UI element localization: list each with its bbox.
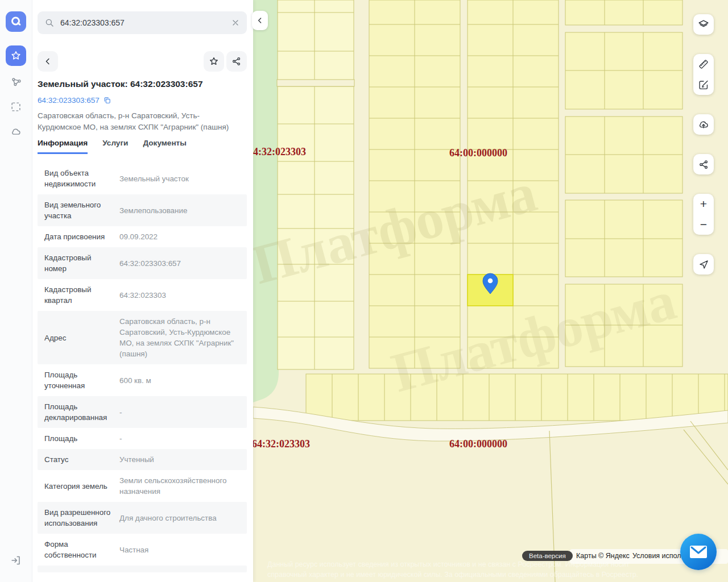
tab-information[interactable]: Информация xyxy=(38,139,88,154)
zoom-in-button[interactable]: + xyxy=(693,194,714,214)
row-label: Форма собственности xyxy=(44,539,114,560)
locate-button[interactable] xyxy=(693,254,714,275)
chevron-left-icon xyxy=(43,56,53,66)
navigation-arrow-icon xyxy=(698,259,710,271)
cadastral-number-link[interactable]: 64:32:023303:657 xyxy=(38,96,111,105)
table-row: Площадь декларированная- xyxy=(38,396,247,428)
sidebar-item-logout[interactable] xyxy=(6,550,26,571)
polygon-nodes-icon xyxy=(10,76,22,88)
row-value: Земли сельскохозяйственного назначения xyxy=(119,475,239,497)
star-outline-icon xyxy=(208,56,220,67)
map-disclaimer: справочный характер и не имеет юридическ… xyxy=(267,571,638,579)
table-row-partial xyxy=(38,566,247,572)
row-value: Для дачного строительства xyxy=(119,513,239,523)
search-bar xyxy=(38,11,247,34)
sidebar-item-polygon-tool[interactable] xyxy=(6,72,26,92)
envelope-icon xyxy=(689,545,708,559)
row-value: Саратовская область, р-н Саратовский, Ус… xyxy=(119,316,239,359)
quarter-label: 64:00:000000 xyxy=(449,147,507,159)
row-label: Кадастровый квартал xyxy=(44,284,114,306)
table-row: Категория земельЗемли сельскохозяйственн… xyxy=(38,470,247,502)
map-share-button[interactable] xyxy=(693,154,714,174)
share-icon xyxy=(231,56,242,67)
row-value: 09.09.2022 xyxy=(119,231,239,242)
map-area[interactable]: Платформа Платформа 64:32:023303 64:00:0… xyxy=(253,0,728,582)
chevron-left-icon xyxy=(255,16,264,25)
logout-icon xyxy=(10,554,22,567)
table-row: СтатусУчтенный xyxy=(38,449,247,470)
detail-panel: Земельный участок: 64:32:023303:657 64:3… xyxy=(32,0,253,582)
table-row: Кадастровый номер64:32:023303:657 xyxy=(38,247,247,279)
row-label: Дата присвоения xyxy=(44,231,114,242)
dashed-square-icon xyxy=(10,101,22,113)
row-label: Площадь xyxy=(44,433,114,444)
table-row: Площадь уточненная600 кв. м xyxy=(38,364,247,396)
table-row: Вид объекта недвижимостиЗемельный участо… xyxy=(38,163,247,194)
share-button[interactable] xyxy=(226,51,247,72)
tab-services[interactable]: Услуги xyxy=(102,139,128,154)
object-actions xyxy=(38,51,247,72)
row-value: Землепользование xyxy=(119,205,239,216)
sidebar-item-cloud[interactable] xyxy=(6,122,26,142)
chat-button[interactable] xyxy=(680,534,717,570)
ruler-button[interactable] xyxy=(693,54,714,74)
page-title: Земельный участок: 64:32:023303:657 xyxy=(38,79,248,89)
green-zone xyxy=(253,0,279,402)
share-icon xyxy=(698,159,710,171)
ruler-icon xyxy=(697,58,710,70)
row-label: Категория земель xyxy=(44,481,114,492)
edit-icon xyxy=(697,78,710,91)
zoom-out-button[interactable]: − xyxy=(693,214,714,235)
quarter-label: 64:32:023303 xyxy=(253,146,306,157)
layers-button[interactable] xyxy=(693,14,714,35)
quarter-label: 64:32:023303 xyxy=(253,438,310,450)
details-table: Вид объекта недвижимостиЗемельный участо… xyxy=(38,163,247,582)
icon-rail xyxy=(0,0,32,582)
sidebar-item-area-select[interactable] xyxy=(6,97,26,117)
row-label: Вид объекта недвижимости xyxy=(44,168,114,189)
copy-icon[interactable] xyxy=(103,96,111,105)
row-value: - xyxy=(119,433,239,444)
row-value: 64:32:023303:657 xyxy=(119,258,239,269)
table-row: АдресСаратовская область, р-н Саратовски… xyxy=(38,311,247,364)
upload-button[interactable] xyxy=(693,114,714,135)
search-input[interactable] xyxy=(59,18,226,28)
layers-icon xyxy=(697,18,710,31)
star-icon xyxy=(10,49,22,62)
beta-badge: Beta-версия xyxy=(522,551,573,561)
tab-bar: Информация Услуги Документы xyxy=(38,139,187,154)
row-value: Учтенный xyxy=(119,454,239,465)
minus-icon: − xyxy=(700,218,707,231)
row-label: Кадастровый номер xyxy=(44,252,114,274)
row-value: 64:32:023303 xyxy=(119,290,239,301)
table-row: Вид земельного участкаЗемлепользование xyxy=(38,194,247,226)
collapse-panel-button[interactable] xyxy=(252,11,268,30)
table-row: Вид разрешенного использованияДля дачног… xyxy=(38,502,247,534)
table-row: Форма собственностиЧастная xyxy=(38,534,247,566)
row-value: - xyxy=(119,407,239,418)
object-address: Саратовская область, р-н Саратовский, Ус… xyxy=(38,110,242,132)
clear-search-icon[interactable] xyxy=(231,18,240,27)
row-label: Адрес xyxy=(44,332,114,343)
row-label: Вид земельного участка xyxy=(44,199,114,221)
cadastral-map-app: Земельный участок: 64:32:023303:657 64:3… xyxy=(0,0,728,582)
row-value: Частная xyxy=(119,544,239,555)
favorite-button[interactable] xyxy=(204,51,224,72)
zoom-control: + − xyxy=(693,194,714,235)
row-value: Земельный участок xyxy=(119,173,239,184)
row-value: 600 кв. м xyxy=(119,375,239,386)
row-label: Площадь декларированная xyxy=(44,401,114,423)
table-row: Площадь- xyxy=(38,428,247,449)
cloud-icon xyxy=(10,126,22,138)
row-label: Статус xyxy=(44,454,114,465)
map-canvas[interactable]: Платформа Платформа 64:32:023303 64:00:0… xyxy=(253,0,728,582)
sidebar-item-favorites[interactable] xyxy=(6,45,26,66)
logo-icon xyxy=(9,15,23,28)
back-button[interactable] xyxy=(38,51,58,72)
app-logo[interactable] xyxy=(6,11,26,32)
row-label: Площадь уточненная xyxy=(44,369,114,391)
row-label: Вид разрешенного использования xyxy=(44,507,114,529)
edit-button[interactable] xyxy=(693,74,714,95)
tab-documents[interactable]: Документы xyxy=(143,139,186,154)
search-icon xyxy=(44,18,55,28)
